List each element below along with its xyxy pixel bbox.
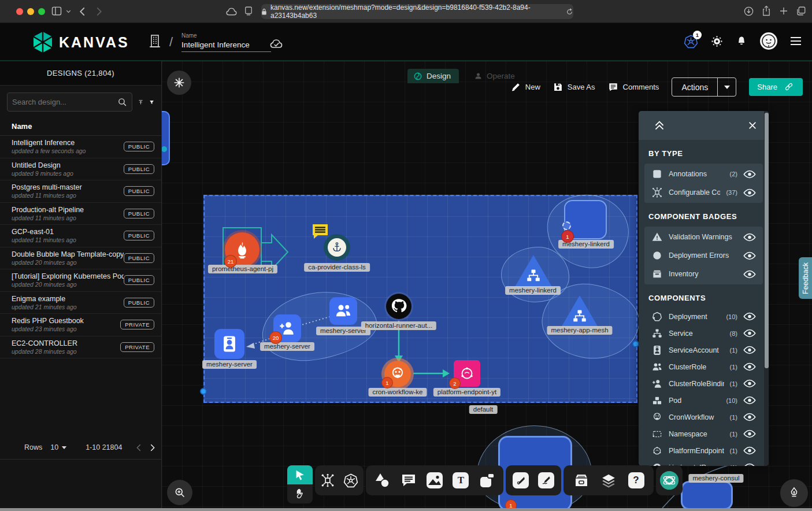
icloud-tab-icon[interactable] xyxy=(225,6,238,18)
browser-forward-button[interactable] xyxy=(94,6,104,17)
prev-page-button[interactable] xyxy=(135,443,143,452)
visibility-eye-icon[interactable] xyxy=(743,362,756,371)
window-zoom-button[interactable] xyxy=(38,8,45,15)
meshery-button[interactable] xyxy=(659,471,679,490)
help-tool[interactable]: ? xyxy=(626,471,646,490)
downloads-icon[interactable] xyxy=(743,6,754,17)
visibility-eye-icon[interactable] xyxy=(743,446,756,455)
pen-mode-button[interactable] xyxy=(780,479,808,507)
component-row-clusterrole[interactable]: ClusterRole (1) xyxy=(644,358,763,375)
shapes-tool[interactable] xyxy=(372,471,392,490)
comment-tool[interactable] xyxy=(399,471,418,490)
type-row-configurable[interactable]: Configurable Compon (37) xyxy=(644,183,763,202)
list-item[interactable]: Enigma exampleupdated 21 minutes ago PUB… xyxy=(0,292,161,314)
list-item[interactable]: Redis PHP Guestbookupdated 23 minutes ag… xyxy=(0,314,161,336)
visibility-eye-icon[interactable] xyxy=(743,413,756,421)
zoom-search-button[interactable] xyxy=(167,480,192,505)
search-input[interactable] xyxy=(12,98,114,106)
visibility-eye-icon[interactable] xyxy=(743,463,756,466)
list-item[interactable]: Production-alt Pipelineupdated 11 minute… xyxy=(0,203,161,225)
node-horizontal-runner[interactable] xyxy=(386,294,411,319)
tab-overview-icon[interactable] xyxy=(796,6,806,16)
list-item[interactable]: GCP-east-01updated 11 minutes ago PUBLIC xyxy=(0,225,161,247)
publish-icon[interactable] xyxy=(138,97,143,108)
visibility-eye-icon[interactable] xyxy=(743,346,756,354)
organization-icon[interactable] xyxy=(148,34,162,49)
list-item[interactable]: [Tutorial] Exploring Kubernetes Podupdat… xyxy=(0,269,161,292)
list-item[interactable]: Untitled Designupdated 9 minutes ago PUB… xyxy=(0,158,161,181)
browser-sidebar-icon[interactable] xyxy=(51,5,62,17)
share-button[interactable]: Share xyxy=(749,78,803,96)
visibility-eye-icon[interactable] xyxy=(743,379,756,388)
component-row-platformendpoint[interactable]: PlatformEndpoint (1) xyxy=(644,442,763,459)
actions-button-label[interactable]: Actions xyxy=(672,78,717,96)
list-item[interactable]: EC2-CONTROLLERupdated 28 minutes ago PRI… xyxy=(0,336,161,359)
list-item[interactable]: Postgres multi-masterupdated 11 minutes … xyxy=(0,180,161,203)
kubernetes-tool[interactable] xyxy=(341,471,361,490)
visibility-eye-icon[interactable] xyxy=(743,312,756,321)
design-search-box[interactable] xyxy=(7,92,132,112)
component-row-pod[interactable]: Pod (10) xyxy=(644,392,763,409)
new-button[interactable]: New xyxy=(511,82,540,92)
node-service-account[interactable] xyxy=(214,329,244,359)
selection-handle[interactable] xyxy=(200,388,207,395)
visibility-eye-icon[interactable] xyxy=(743,233,756,242)
component-row-clusterrolebinding[interactable]: ClusterRoleBinding (1) xyxy=(644,375,763,392)
visibility-eye-icon[interactable] xyxy=(743,270,756,279)
visibility-eye-icon[interactable] xyxy=(743,396,756,405)
node-consul-partial[interactable] xyxy=(681,481,733,508)
rows-per-page-select[interactable]: 10 xyxy=(50,443,67,451)
reload-icon[interactable] xyxy=(566,8,573,16)
mesh-components-tool[interactable] xyxy=(318,471,338,490)
scrollbar-thumb[interactable] xyxy=(765,113,769,368)
comments-button[interactable]: Comments xyxy=(608,82,659,92)
browser-back-button[interactable] xyxy=(77,6,88,17)
component-row-service[interactable]: Service (8) xyxy=(644,325,763,342)
text-tool[interactable]: T xyxy=(451,471,470,490)
new-tab-icon[interactable] xyxy=(778,6,789,16)
component-row-namespace[interactable]: Namespace (1) xyxy=(644,425,763,442)
archive-tool[interactable] xyxy=(572,471,591,490)
filter-icon[interactable] xyxy=(149,97,154,108)
share-page-icon[interactable] xyxy=(761,5,772,17)
settings-button[interactable] xyxy=(711,35,723,47)
save-as-button[interactable]: Save As xyxy=(553,82,595,92)
badge-row-validation-warnings[interactable]: Validation Warnings xyxy=(644,228,763,246)
badge-row-inventory[interactable]: Inventory xyxy=(644,265,763,283)
visibility-eye-icon[interactable] xyxy=(743,170,756,179)
image-tool[interactable] xyxy=(425,471,444,490)
badge-row-deployment-errors[interactable]: Deployment Errors xyxy=(644,246,763,265)
panel-scrollbar[interactable] xyxy=(764,111,769,466)
menu-button[interactable] xyxy=(790,36,802,46)
component-row-cronworkflow[interactable]: CronWorkflow (1) xyxy=(644,409,763,425)
reader-icon[interactable] xyxy=(243,6,254,16)
node-cluster-role[interactable] xyxy=(329,297,357,325)
window-minimize-button[interactable] xyxy=(27,8,34,15)
visibility-eye-icon[interactable] xyxy=(743,188,756,197)
pencil-tool[interactable] xyxy=(536,471,556,490)
visibility-eye-icon[interactable] xyxy=(743,329,756,338)
select-tool-button[interactable] xyxy=(287,465,313,484)
layers-tool[interactable] xyxy=(599,471,618,490)
list-item[interactable]: Intelligent Inferenceupdated a few secon… xyxy=(0,136,161,158)
name-column-header[interactable]: Name xyxy=(0,116,161,136)
actions-split-button[interactable]: Actions xyxy=(672,77,736,97)
comment-annotation-icon[interactable] xyxy=(311,223,329,240)
close-icon[interactable] xyxy=(748,121,757,130)
snapshot-button[interactable] xyxy=(167,71,191,95)
address-bar[interactable]: kanvas.new/extension/meshmap?mode=design… xyxy=(261,4,573,19)
design-name-input[interactable] xyxy=(181,39,271,52)
next-page-button[interactable] xyxy=(148,443,157,452)
avatar[interactable] xyxy=(760,32,777,50)
component-row-deployment[interactable]: Deployment (10) xyxy=(644,308,763,325)
visibility-eye-icon[interactable] xyxy=(743,251,756,260)
tab-operate[interactable]: Operate xyxy=(468,69,523,83)
frame-tool[interactable] xyxy=(477,471,497,490)
actions-dropdown-caret[interactable] xyxy=(717,78,736,96)
kanvas-logo[interactable]: KANVAS xyxy=(32,31,129,53)
kubernetes-context-button[interactable]: 1 xyxy=(684,34,698,49)
list-item[interactable]: Double Bubble Map Template-copyupdated 2… xyxy=(0,247,161,270)
feedback-tab[interactable]: Feedback xyxy=(799,257,812,299)
tab-design[interactable]: Design xyxy=(407,69,459,83)
visibility-eye-icon[interactable] xyxy=(743,429,756,438)
